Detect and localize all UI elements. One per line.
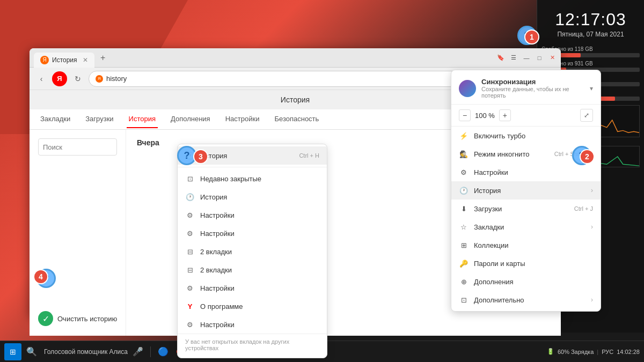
rd-passwords[interactable]: 🔑 Пароли и карты bbox=[451, 254, 601, 272]
rd-downloads[interactable]: ⬇ Загрузки Ctrl + J bbox=[451, 200, 601, 218]
rd-history[interactable]: 🕐 История › bbox=[451, 181, 601, 200]
search-input[interactable] bbox=[38, 138, 117, 156]
gear-icon-2: ⚙ bbox=[185, 228, 195, 238]
clock-widget: 12:17:03 Пятница, 07 Мая 2021 bbox=[541, 4, 640, 41]
bookmarks-chevron-icon: › bbox=[591, 223, 593, 231]
bookmark-window-button[interactable]: 🔖 bbox=[496, 54, 505, 62]
cm-tabs-1-label: 2 вкладки bbox=[200, 248, 232, 256]
cm-item-tabs-1[interactable]: ⊟ 2 вкладки bbox=[178, 242, 327, 261]
right-dropdown-menu: Синхронизация Сохраните данные, чтобы их… bbox=[451, 70, 601, 312]
cm-about-label: О программе bbox=[200, 302, 243, 311]
taskbar-right: 🔋 60% Зарядка | РУС 14:02:28 bbox=[547, 348, 640, 355]
sync-avatar bbox=[459, 80, 476, 97]
cm-footer: У вас нет открытых вкладок на других уст… bbox=[178, 334, 327, 356]
cm-settings-1-label: Настройки bbox=[200, 211, 235, 219]
battery-icon: 🔋 bbox=[547, 348, 554, 355]
cm-settings-3-label: Настройки bbox=[200, 284, 235, 292]
sync-header[interactable]: Синхронизация Сохраните данные, чтобы их… bbox=[451, 72, 601, 105]
cm-item-history-link[interactable]: 🕐 История bbox=[178, 188, 327, 206]
menu-button[interactable]: ☰ bbox=[509, 54, 518, 62]
fullscreen-button[interactable]: ⤢ bbox=[580, 109, 593, 122]
active-tab[interactable]: Я История ✕ bbox=[34, 53, 94, 68]
turbo-icon: ⚡ bbox=[459, 131, 469, 141]
browser-titlebar: Я История ✕ + 🔖 ☰ — □ ✕ bbox=[30, 48, 561, 68]
clock-date: Пятница, 07 Мая 2021 bbox=[541, 31, 640, 38]
zoom-out-button[interactable]: − bbox=[459, 109, 471, 121]
rd-settings-label: Настройки bbox=[474, 168, 508, 176]
rd-turbo[interactable]: ⚡ Включить турбо bbox=[451, 127, 601, 145]
addon-icon: ⊕ bbox=[459, 277, 469, 286]
start-button[interactable]: ⊞ bbox=[4, 343, 21, 360]
address-favicon: Я bbox=[96, 75, 103, 83]
tab-close-button[interactable]: ✕ bbox=[83, 56, 88, 64]
mic-button[interactable]: 🎤 bbox=[130, 344, 146, 360]
cm-item-tabs-2[interactable]: ⊟ 2 вкладки bbox=[178, 261, 327, 279]
rd-downloads-label: Загрузки bbox=[474, 205, 502, 213]
zoom-row: − 100 % + ⤢ bbox=[451, 105, 601, 127]
taskbar-time: 14:02:28 bbox=[617, 349, 640, 355]
taskbar-separator-2: | bbox=[597, 349, 598, 355]
minimize-button[interactable]: — bbox=[522, 54, 531, 62]
cm-item-settings-1[interactable]: ⚙ Настройки bbox=[178, 206, 327, 224]
gear-icon-4: ⚙ bbox=[185, 320, 195, 329]
history-icon-rd: 🕐 bbox=[459, 186, 469, 195]
gear-icon-rd: ⚙ bbox=[459, 167, 469, 177]
maximize-button[interactable]: □ bbox=[535, 54, 544, 62]
rd-more[interactable]: ⊡ Дополнительно › bbox=[451, 291, 601, 309]
bookmark-icon-rd: ☆ bbox=[459, 222, 469, 232]
page-title: История bbox=[281, 95, 310, 104]
tab-security[interactable]: Безопасность bbox=[272, 110, 321, 128]
window-icon-1: ⊡ bbox=[185, 174, 195, 183]
address-text: history bbox=[106, 75, 127, 83]
cm-settings-4-label: Настройки bbox=[200, 321, 235, 329]
y-icon: Y bbox=[185, 301, 195, 311]
cm-item-recently-closed[interactable]: ⊡ Недавно закрытые bbox=[178, 169, 327, 188]
new-tab-button[interactable]: + bbox=[97, 51, 109, 64]
back-button[interactable]: ‹ bbox=[34, 71, 49, 86]
check-icon: ✓ bbox=[38, 311, 53, 326]
taskbar-search-icon[interactable]: 🔍 bbox=[24, 344, 40, 360]
cm-item-settings-4[interactable]: ⚙ Настройки bbox=[178, 315, 327, 334]
rd-collections[interactable]: ⊞ Коллекции bbox=[451, 236, 601, 254]
sync-title: Синхронизация bbox=[481, 78, 584, 86]
badge-2: 2 bbox=[580, 149, 595, 164]
cm-settings-2-label: Настройки bbox=[200, 230, 235, 238]
window-icon-3: ⊟ bbox=[185, 265, 195, 275]
tab-addons[interactable]: Дополнения bbox=[169, 110, 213, 128]
badge-4: 4 bbox=[33, 269, 48, 284]
cm-history-link-label: История bbox=[200, 193, 227, 201]
rd-addons[interactable]: ⊕ Дополнения bbox=[451, 272, 601, 291]
tab-title: История bbox=[52, 56, 77, 64]
zoom-in-button[interactable]: + bbox=[499, 109, 511, 121]
rd-downloads-shortcut: Ctrl + J bbox=[574, 205, 593, 212]
tab-bookmarks[interactable]: Закладки bbox=[38, 110, 72, 128]
rd-more-label: Дополнительно bbox=[474, 296, 524, 304]
cm-item-settings-3[interactable]: ⚙ Настройки bbox=[178, 279, 327, 297]
cm-history-shortcut: Ctrl + H bbox=[299, 152, 319, 159]
history-chevron-icon: › bbox=[591, 187, 593, 194]
sync-chevron-icon: ▾ bbox=[590, 85, 593, 92]
more-chevron-icon: › bbox=[591, 296, 593, 304]
collection-icon: ⊞ bbox=[459, 240, 469, 250]
tab-downloads[interactable]: Загрузки bbox=[83, 110, 115, 128]
zoom-value: 100 % bbox=[475, 112, 495, 120]
rd-settings[interactable]: ⚙ Настройки bbox=[451, 163, 601, 181]
rd-history-label: История bbox=[474, 187, 501, 195]
tab-history[interactable]: История bbox=[127, 110, 158, 128]
tab-settings[interactable]: Настройки bbox=[223, 110, 262, 128]
badge-1: 1 bbox=[524, 29, 539, 45]
sync-subtitle: Сохраните данные, чтобы их не потерять bbox=[481, 86, 584, 99]
refresh-button[interactable]: ↻ bbox=[70, 71, 85, 86]
cm-item-about[interactable]: Y О программе bbox=[178, 297, 327, 315]
close-window-button[interactable]: ✕ bbox=[548, 54, 557, 62]
rd-bookmarks[interactable]: ☆ Закладки › bbox=[451, 218, 601, 236]
taskbar-separator-1 bbox=[150, 346, 151, 357]
context-menu-history: 🕐 История Ctrl + H ⊡ Недавно закрытые 🕐 … bbox=[177, 144, 327, 358]
taskbar-icon-1[interactable]: 🔵 bbox=[155, 344, 171, 360]
more-icon: ⊡ bbox=[459, 295, 469, 305]
cm-item-settings-2[interactable]: ⚙ Настройки bbox=[178, 224, 327, 242]
clock-time: 12:17:03 bbox=[541, 10, 640, 29]
clear-history-button[interactable]: ✓ Очистить историю bbox=[30, 307, 126, 330]
rd-collections-label: Коллекции bbox=[474, 241, 509, 249]
rd-turbo-label: Включить турбо bbox=[474, 132, 525, 140]
